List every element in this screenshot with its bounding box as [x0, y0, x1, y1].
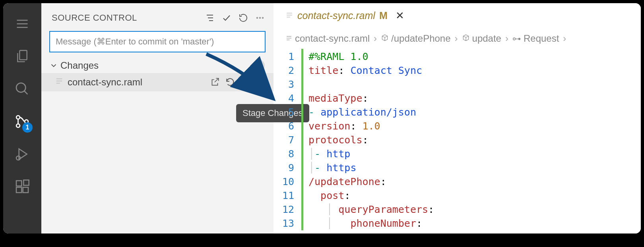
code-line[interactable]: 4mediaType: [274, 91, 641, 105]
file-icon [285, 33, 293, 44]
more-icon[interactable] [255, 13, 265, 23]
explorer-icon[interactable] [13, 47, 32, 66]
commit-icon[interactable] [222, 13, 231, 23]
code-line[interactable]: 12 │ queryParameters: [274, 203, 641, 216]
code-text: protocols: [298, 133, 369, 147]
breadcrumb-file[interactable]: contact-sync.raml [285, 33, 370, 44]
code-line[interactable]: 6version: 1.0 [274, 119, 641, 133]
code-text: title: Contact Sync [298, 64, 422, 77]
editor-area: contact-sync.raml M ✕ contact-sync.raml … [274, 3, 641, 233]
code-line[interactable]: 13 │ phoneNumber: [274, 216, 641, 230]
line-number: 1 [274, 50, 298, 64]
editor-tab[interactable]: contact-sync.raml M ✕ [285, 10, 404, 22]
breadcrumb-seg-1-label: /updatePhone [391, 33, 450, 44]
source-control-panel: SOURCE CONTROL [41, 3, 274, 233]
code-text: - application/json [298, 105, 416, 119]
svg-point-7 [16, 124, 20, 127]
svg-rect-13 [23, 180, 29, 185]
stage-changes-button[interactable] [239, 76, 251, 88]
discard-changes-icon[interactable] [224, 76, 236, 88]
code-line[interactable]: 10/updatePhone: [274, 175, 641, 189]
changes-section[interactable]: Changes 1 [41, 58, 274, 73]
code-text: /updatePhone: [298, 175, 386, 189]
code-text: version: 1.0 [298, 119, 380, 133]
line-number: 6 [274, 119, 298, 133]
code-text: │ queryParameters: [298, 203, 434, 216]
svg-point-6 [16, 116, 20, 119]
breadcrumb-seg-3[interactable]: Request [512, 33, 559, 44]
chevron-right-icon: › [374, 33, 377, 44]
code-line[interactable]: 3 [274, 77, 641, 91]
panel-title: SOURCE CONTROL [52, 13, 205, 23]
changes-count-badge: 1 [253, 60, 265, 71]
line-number: 9 [274, 161, 298, 175]
diff-gutter-indicator [301, 49, 303, 230]
code-text: │- https [298, 161, 356, 175]
changed-file-row[interactable]: contact-sync.raml M [41, 73, 274, 91]
svg-point-32 [518, 38, 521, 40]
code-text: post: [298, 189, 350, 203]
commit-message-box[interactable] [49, 31, 266, 52]
changes-label: Changes [60, 60, 253, 71]
search-icon[interactable] [13, 79, 32, 98]
debug-icon[interactable] [13, 145, 32, 164]
scm-badge: 1 [22, 122, 33, 133]
code-line[interactable]: 9│- https [274, 161, 641, 175]
file-status-badge: M [258, 77, 266, 88]
code-text: #%RAML 1.0 [298, 50, 369, 64]
code-line[interactable]: 1#%RAML 1.0 [274, 50, 641, 64]
cube-icon [462, 33, 470, 44]
svg-line-5 [24, 91, 27, 94]
menu-icon[interactable] [13, 14, 32, 33]
line-number: 11 [274, 189, 298, 203]
svg-point-4 [16, 83, 25, 92]
code-editor[interactable]: 1#%RAML 1.02title: Contact Sync34mediaTy… [274, 47, 641, 230]
line-number: 8 [274, 147, 298, 161]
commit-message-input[interactable] [56, 37, 259, 47]
breadcrumb-seg-2-label: update [472, 33, 501, 44]
line-number: 10 [274, 175, 298, 189]
code-line[interactable]: 11 post: [274, 189, 641, 203]
chevron-down-icon [49, 61, 58, 70]
file-icon [55, 77, 64, 88]
code-line[interactable]: 7protocols: [274, 133, 641, 147]
tab-file-status: M [379, 10, 388, 21]
code-line[interactable]: 8│- http [274, 147, 641, 161]
view-tree-icon[interactable] [205, 13, 215, 23]
breadcrumb: contact-sync.raml › /updatePhone › updat… [274, 24, 641, 47]
cube-icon [381, 33, 389, 44]
breadcrumb-seg-2[interactable]: update [462, 33, 501, 44]
code-line[interactable]: 2title: Contact Sync [274, 64, 641, 77]
code-text: │ phoneNumber: [298, 216, 422, 230]
open-file-icon[interactable] [209, 76, 221, 88]
line-number: 12 [274, 203, 298, 216]
source-control-icon[interactable]: 1 [13, 112, 32, 131]
editor-tabs: contact-sync.raml M ✕ [274, 3, 641, 24]
chevron-right-icon: › [563, 33, 566, 44]
line-number: 2 [274, 64, 298, 77]
svg-rect-12 [23, 187, 28, 193]
code-line[interactable]: 5- application/json [274, 105, 641, 119]
close-tab-icon[interactable]: ✕ [396, 10, 404, 22]
line-number: 7 [274, 133, 298, 147]
breadcrumb-seg-1[interactable]: /updatePhone [381, 33, 450, 44]
code-text: mediaType: [298, 91, 369, 105]
svg-rect-11 [16, 187, 21, 193]
line-number: 5 [274, 105, 298, 119]
svg-point-18 [259, 17, 260, 18]
svg-rect-3 [19, 50, 27, 60]
file-icon [285, 10, 293, 21]
extensions-icon[interactable] [13, 177, 32, 196]
changed-file-name: contact-sync.raml [68, 77, 209, 88]
svg-rect-10 [16, 181, 21, 186]
line-number: 3 [274, 77, 298, 91]
line-number: 13 [274, 216, 298, 230]
svg-point-9 [16, 156, 20, 160]
svg-point-31 [513, 38, 516, 40]
breadcrumb-seg-3-label: Request [524, 33, 559, 44]
activity-bar: 1 [3, 3, 41, 233]
svg-point-17 [256, 17, 258, 18]
breadcrumb-file-label: contact-sync.raml [295, 33, 370, 44]
line-number: 4 [274, 91, 298, 105]
refresh-icon[interactable] [239, 13, 248, 23]
